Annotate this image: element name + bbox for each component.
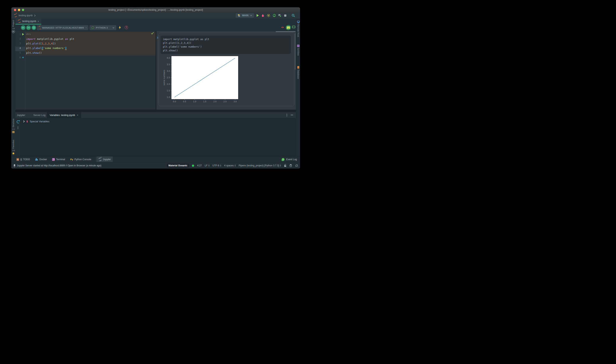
editor-line[interactable]: 2import matplotlib.pyplot as plt bbox=[15, 37, 156, 41]
run-cell-icon[interactable] bbox=[22, 33, 24, 36]
refresh-icon[interactable] bbox=[17, 120, 20, 123]
sciview-grid-icon bbox=[297, 45, 300, 47]
kernel-select[interactable]: PYTHON 3 bbox=[90, 25, 116, 30]
jupyter-server-select[interactable]: MANAGED: HTTP://LOCALHOST:8889 bbox=[37, 25, 88, 30]
jupyter-server-icon bbox=[39, 26, 41, 29]
editor-line[interactable]: 6+ bbox=[15, 55, 156, 60]
encoding-widget[interactable]: UTF-8 bbox=[213, 164, 221, 167]
tab-close-icon[interactable]: × bbox=[38, 20, 39, 23]
sidebar-item-sciview[interactable]: SciView bbox=[296, 45, 300, 56]
show-code-only-icon[interactable]: <> bbox=[281, 26, 284, 29]
lock-icon[interactable] bbox=[284, 164, 286, 167]
editor-line[interactable]: 1#%% bbox=[15, 32, 156, 37]
stop-button-icon[interactable] bbox=[284, 14, 286, 17]
debug-bug-icon[interactable] bbox=[261, 14, 264, 17]
sync-question-icon[interactable]: ? bbox=[295, 164, 298, 167]
preview-eye-button[interactable] bbox=[32, 25, 36, 30]
favorites-toolwindow-label: 2: Favorites bbox=[12, 140, 14, 151]
ide-window: testing_project [~/Documents/spikes/test… bbox=[11, 7, 300, 169]
breadcrumb[interactable]: testing.ipynb bbox=[14, 13, 36, 18]
status-layers-icon[interactable] bbox=[13, 164, 16, 167]
hide-panel-icon[interactable] bbox=[291, 115, 293, 115]
theme-name[interactable]: Material Oceanic bbox=[167, 164, 189, 168]
run-toolbar: MAIN bbox=[235, 13, 295, 18]
svg-text:1.5: 1.5 bbox=[167, 90, 170, 92]
help-icon[interactable]: ? bbox=[125, 26, 128, 29]
run-configuration-select[interactable]: MAIN bbox=[235, 13, 254, 18]
updown-chevron-icon bbox=[280, 165, 281, 167]
caret-position[interactable]: 4:27 bbox=[197, 164, 202, 167]
run-multiple-icon[interactable] bbox=[278, 14, 282, 17]
variables-panel-toolbar bbox=[15, 118, 21, 156]
star-icon bbox=[12, 152, 15, 155]
chevron-down-icon bbox=[112, 27, 114, 28]
tab-testing-ipynb[interactable]: testing.ipynb × bbox=[15, 18, 41, 24]
chevron-down-icon bbox=[250, 15, 252, 16]
right-toolwindow-stripe: Remote Host SciView Database bbox=[296, 18, 300, 156]
updown-chevron-icon bbox=[220, 165, 221, 167]
show-output-only-icon[interactable] bbox=[292, 26, 295, 28]
kernel-idle-dot-icon bbox=[192, 165, 194, 167]
code-line-text: plt.show() bbox=[26, 51, 42, 54]
output-cell-source-code: import matplotlib.pyplot as plt plt.plot… bbox=[161, 36, 291, 54]
line-separator-widget[interactable]: LF bbox=[205, 164, 210, 167]
toolbar-separator bbox=[289, 14, 289, 17]
add-cell-icon[interactable]: + bbox=[22, 56, 24, 59]
toolwindow-python-console[interactable]: Py Python Console bbox=[70, 156, 91, 162]
editor-line[interactable]: 4plt.ylabel('some numbers') bbox=[15, 46, 156, 50]
line-number: 1 bbox=[15, 33, 21, 36]
jupyter-file-icon bbox=[14, 13, 17, 17]
editor-line[interactable]: 5plt.show() bbox=[15, 51, 156, 55]
expand-chevron-icon[interactable] bbox=[23, 120, 25, 123]
notebook-output-panel: 3 import matplotlib.pyplot as plt plt.pl… bbox=[156, 31, 296, 110]
inspections-ok-checkmark-icon[interactable] bbox=[151, 32, 154, 35]
editor-line[interactable]: 3plt.plot([1,2,3,4]) bbox=[15, 41, 156, 46]
line-number: 4 bbox=[15, 47, 21, 50]
options-kebab-icon[interactable] bbox=[287, 114, 287, 114]
run-all-above-button[interactable] bbox=[21, 25, 25, 30]
breadcrumb-file: testing.ipynb bbox=[19, 14, 33, 17]
toolwindow-jupyter[interactable]: Jupyter bbox=[96, 156, 113, 162]
sidebar-item-remote-host[interactable]: Remote Host bbox=[296, 21, 300, 37]
navigation-bar: testing.ipynb MAIN bbox=[11, 13, 300, 19]
tab-close-icon[interactable]: × bbox=[77, 112, 78, 118]
svg-text:?: ? bbox=[297, 166, 298, 167]
interpreter-widget[interactable]: Pipenv (testing_project) [Python 3.7.3] bbox=[239, 164, 281, 167]
toolwindow-todo[interactable]: ★ 6: TODO bbox=[16, 156, 30, 162]
run-all-cells-lightning-icon[interactable] bbox=[119, 26, 121, 29]
structure-toolwindow-label: 7: Structure bbox=[12, 118, 14, 130]
tab-variables[interactable]: Variables: testing.ipynb × bbox=[47, 112, 81, 118]
vertical-scrollbar-thumb[interactable] bbox=[295, 33, 296, 70]
show-code-and-output-icon[interactable]: <> bbox=[286, 25, 291, 30]
editor-lines: 1#%%2import matplotlib.pyplot as plt3plt… bbox=[15, 32, 156, 60]
profiler-gauge-icon[interactable] bbox=[273, 14, 276, 17]
sidebar-item-project[interactable]: 1: Project M bbox=[11, 20, 15, 33]
horizontal-scrollbar-thumb[interactable] bbox=[276, 31, 296, 32]
line-number: 6 bbox=[15, 56, 21, 59]
event-log-button[interactable]: 1 Event Log bbox=[282, 156, 297, 162]
line-number: 2 bbox=[15, 38, 21, 40]
tab-server-log[interactable]: Server Log bbox=[30, 112, 48, 118]
structure-icon bbox=[12, 131, 14, 133]
sidebar-item-favorites[interactable]: 2: Favorites bbox=[11, 140, 15, 155]
sidebar-item-database[interactable]: Database bbox=[296, 66, 300, 79]
search-everywhere-icon[interactable] bbox=[292, 14, 295, 17]
toolwindow-docker[interactable]: Docker bbox=[35, 156, 47, 162]
toolwindow-terminal[interactable]: >_ Terminal bbox=[52, 156, 65, 162]
code-editor[interactable]: 1#%%2import matplotlib.pyplot as plt3plt… bbox=[15, 31, 156, 110]
sidebar-item-structure[interactable]: 7: Structure bbox=[11, 118, 15, 133]
terminal-icon: >_ bbox=[52, 158, 55, 161]
run-button-icon[interactable] bbox=[257, 14, 259, 17]
run-all-below-button[interactable] bbox=[26, 25, 31, 30]
options-kebab-icon[interactable] bbox=[18, 127, 18, 127]
svg-text:1.0: 1.0 bbox=[167, 96, 170, 98]
svg-text:3.0: 3.0 bbox=[167, 70, 170, 72]
status-message[interactable]: Jupyter Server started at http://localho… bbox=[17, 162, 101, 169]
special-variables-node[interactable]: $ Special Variables bbox=[23, 120, 49, 123]
run-with-coverage-icon[interactable] bbox=[267, 14, 270, 17]
horizontal-splitter[interactable] bbox=[15, 110, 296, 112]
dracula-face-icon[interactable] bbox=[289, 164, 292, 167]
todo-icon: ★ bbox=[16, 158, 19, 161]
indent-widget[interactable]: 4 spaces bbox=[224, 164, 236, 167]
screenshot-stage: testing_project [~/Documents/spikes/test… bbox=[0, 0, 308, 182]
